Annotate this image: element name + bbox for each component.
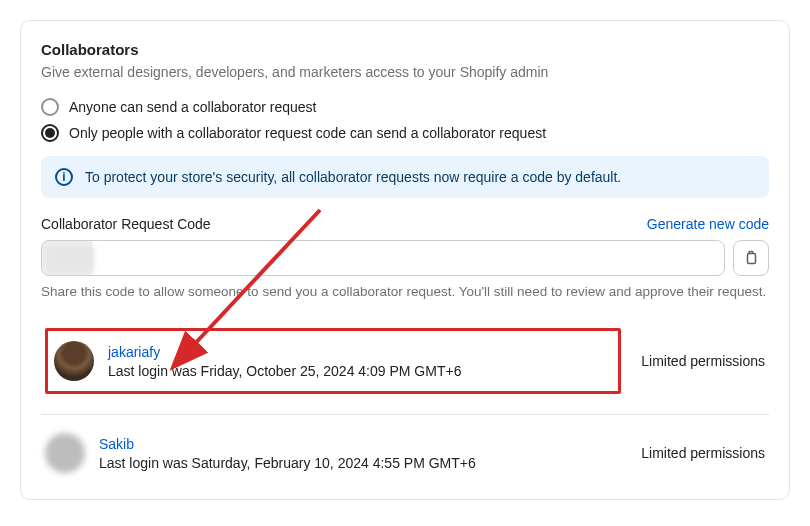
code-label: Collaborator Request Code [41, 216, 211, 232]
avatar [45, 433, 85, 473]
collaborator-info: jakariafy Last login was Friday, October… [108, 343, 612, 379]
banner-text: To protect your store's security, all co… [85, 169, 621, 185]
security-banner: i To protect your store's security, all … [41, 156, 769, 198]
code-blur [46, 245, 94, 273]
info-icon: i [55, 168, 73, 186]
collaborator-info: Sakib Last login was Saturday, February … [99, 435, 641, 471]
code-input[interactable] [41, 240, 725, 276]
section-subtitle: Give external designers, developers, and… [41, 64, 769, 80]
clipboard-icon [743, 250, 759, 266]
highlighted-collaborator: jakariafy Last login was Friday, October… [45, 328, 621, 394]
generate-code-link[interactable]: Generate new code [647, 216, 769, 232]
permission-label: Limited permissions [641, 445, 765, 461]
collaborator-name-link[interactable]: Sakib [99, 436, 134, 452]
section-title: Collaborators [41, 41, 769, 58]
svg-rect-0 [748, 254, 756, 264]
avatar [54, 341, 94, 381]
code-helper-text: Share this code to allow someone to send… [41, 282, 769, 302]
radio-code-only[interactable]: Only people with a collaborator request … [41, 124, 769, 142]
permission-label: Limited permissions [621, 353, 765, 369]
code-input-row [41, 240, 769, 276]
collaborator-name-link[interactable]: jakariafy [108, 344, 160, 360]
collaborator-last-login: Last login was Friday, October 25, 2024 … [108, 363, 612, 379]
collaborator-row: jakariafy Last login was Friday, October… [41, 316, 769, 414]
collaborator-last-login: Last login was Saturday, February 10, 20… [99, 455, 641, 471]
radio-checked-icon [41, 124, 59, 142]
code-header: Collaborator Request Code Generate new c… [41, 216, 769, 232]
copy-button[interactable] [733, 240, 769, 276]
radio-unchecked-icon [41, 98, 59, 116]
radio-code-only-label: Only people with a collaborator request … [69, 125, 546, 141]
radio-anyone[interactable]: Anyone can send a collaborator request [41, 98, 769, 116]
radio-anyone-label: Anyone can send a collaborator request [69, 99, 317, 115]
collaborator-row: Sakib Last login was Saturday, February … [41, 414, 769, 489]
collaborators-card: Collaborators Give external designers, d… [20, 20, 790, 500]
